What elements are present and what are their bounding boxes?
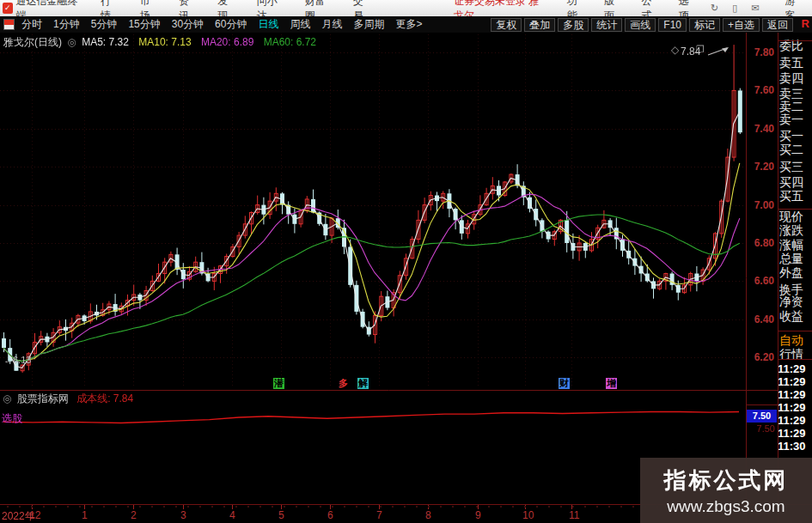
ma60-label: MA60: 6.72 [264, 36, 316, 48]
indicator-toggle-icon[interactable]: ◎ [67, 36, 76, 48]
indicator-circle-icon[interactable]: ◎ [3, 392, 11, 404]
period-30min[interactable]: 30分钟 [172, 17, 204, 32]
period-15min[interactable]: 15分钟 [128, 17, 160, 32]
indicator-left-label: 选股 [2, 411, 22, 426]
diamond-pane-icon[interactable]: ◇ [671, 44, 679, 56]
chart-header: 雅戈尔(日线) ◎ MA5: 7.32 MA10: 7.13 MA20: 6.8… [3, 35, 316, 50]
low-price-annotation: ←6.13 [3, 355, 31, 365]
back-button[interactable]: 返回 [762, 18, 793, 32]
app-logo-icon: ✓ [3, 3, 13, 14]
multi-stock-button[interactable]: 多股 [558, 18, 589, 32]
adjust-button[interactable]: 复权 [491, 18, 522, 32]
stock-list-icon[interactable] [3, 19, 15, 30]
ma20-label: MA20: 6.89 [201, 36, 253, 48]
mobile-icon[interactable]: ▯ [732, 3, 737, 14]
add-watchlist-button[interactable]: +自选 [723, 18, 760, 32]
watermark-url: www.zbgs3.com [667, 497, 785, 516]
period-toolbar: 分时 1分钟 5分钟 15分钟 30分钟 60分钟 日线 周线 月线 多周期 更… [0, 16, 812, 33]
f10-button[interactable]: F10 [658, 18, 687, 32]
period-60min[interactable]: 60分钟 [215, 17, 247, 32]
top-menu-bar: ✓ 通达信金融终端 行情 市场 资讯 发现 问小达 财富圈 交易 证券交易未登录… [0, 0, 812, 17]
kline-chart-canvas[interactable] [0, 0, 812, 523]
chart-title: 雅戈尔(日线) [3, 36, 62, 48]
refresh-icon[interactable]: ↻ [711, 3, 718, 14]
overlay-button[interactable]: 叠加 [524, 18, 555, 32]
indicator-source: 股票指标网 [17, 392, 69, 404]
indicator-axis-value-box: 7.50 [747, 410, 777, 423]
indicator-axis-value: 7.50 [749, 423, 775, 434]
indicator-header: ◎ 股票指标网 成本线: 7.84 [3, 392, 133, 406]
drawline-button[interactable]: 画线 [625, 18, 656, 32]
window-pane-icon[interactable]: ❐ [696, 44, 705, 55]
period-5min[interactable]: 5分钟 [91, 17, 118, 32]
stats-button[interactable]: 统计 [591, 18, 622, 32]
ma5-label: MA5: 7.32 [82, 36, 129, 48]
period-more[interactable]: 更多> [395, 17, 422, 32]
indicator-value: 成本线: 7.84 [76, 392, 133, 404]
app-window: ✓ 通达信金融终端 行情 市场 资讯 发现 问小达 财富圈 交易 证券交易未登录… [0, 0, 812, 523]
watermark: 指标公式网 www.zbgs3.com [640, 458, 812, 523]
ma10-label: MA10: 7.13 [138, 36, 191, 48]
period-monthly[interactable]: 月线 [321, 17, 342, 32]
toolbar-right-buttons: 复权 叠加 多股 统计 画线 F10 标记 +自选 返回 [491, 18, 793, 32]
watermark-title: 指标公式网 [664, 465, 789, 496]
mail-icon[interactable]: ✉ [751, 3, 759, 14]
period-multi[interactable]: 多周期 [353, 17, 384, 32]
period-fenshi[interactable]: 分时 [21, 17, 42, 32]
period-daily[interactable]: 日线 [258, 17, 278, 32]
r-logo-badge: R [802, 17, 809, 30]
timeline-year: 2022年 [2, 509, 35, 523]
mark-button[interactable]: 标记 [689, 18, 720, 32]
period-1min[interactable]: 1分钟 [53, 17, 80, 32]
period-weekly[interactable]: 周线 [290, 17, 310, 32]
